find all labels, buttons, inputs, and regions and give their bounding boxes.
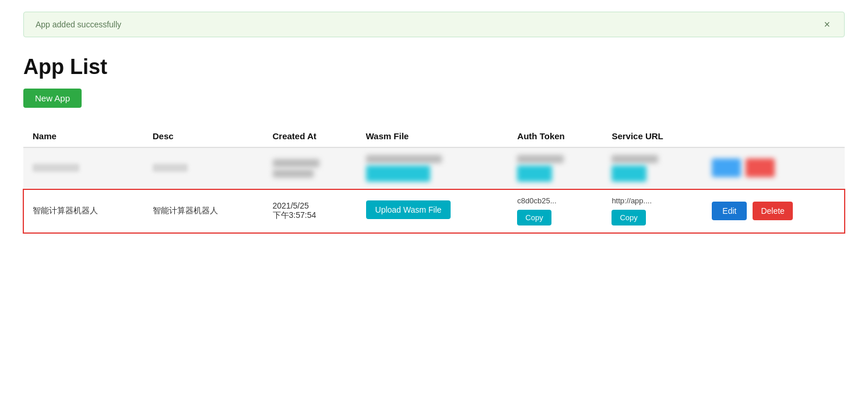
row1-desc: [143, 147, 263, 189]
blurred-url-text: [612, 155, 658, 163]
service-url-copy-button[interactable]: Copy: [612, 210, 645, 225]
blurred-wasm-wrap: [366, 155, 499, 182]
row1-auth-token: [508, 147, 602, 189]
blurred-edit-button: [712, 158, 741, 177]
auth-token-copy-button[interactable]: Copy: [517, 210, 551, 225]
page-title: App List: [23, 55, 845, 79]
app-name: 智能计算器机器人: [33, 206, 98, 215]
col-service-url: Service URL: [602, 125, 702, 147]
row1-name: [23, 147, 143, 189]
blurred-token-text: [517, 155, 564, 163]
col-actions: [702, 125, 845, 147]
row1-actions: [702, 147, 845, 189]
table-header-row: Name Desc Created At Wasm File Auth Toke…: [23, 125, 845, 147]
blurred-date-line2: [273, 170, 314, 178]
app-desc: 智能计算器机器人: [153, 206, 218, 215]
blurred-date-line1: [273, 159, 319, 167]
blurred-token-copy: [517, 165, 552, 182]
delete-button[interactable]: Delete: [753, 202, 792, 220]
row1-service-url: [602, 147, 702, 189]
auth-token-cell: c8d0cb25... Copy: [517, 196, 593, 225]
success-notification: App added successfully ×: [23, 12, 845, 37]
date-line1: 2021/5/25: [273, 201, 347, 210]
edit-button[interactable]: Edit: [712, 202, 747, 220]
blurred-wasm-text: [366, 155, 442, 163]
new-app-button[interactable]: New App: [23, 89, 82, 108]
blurred-wasm-button: [366, 165, 430, 182]
upload-wasm-button[interactable]: Upload Wasm File: [366, 200, 451, 219]
row2-wasm: Upload Wasm File: [357, 189, 508, 233]
row2-name: 智能计算器机器人: [23, 189, 143, 233]
blurred-url-copy: [612, 165, 646, 182]
col-auth-token: Auth Token: [508, 125, 602, 147]
service-url-cell: http://app.... Copy: [612, 196, 693, 225]
notification-close-button[interactable]: ×: [821, 19, 832, 30]
blurred-name: [33, 164, 79, 172]
notification-message: App added successfully: [36, 20, 121, 29]
row2-actions: Edit Delete: [702, 189, 845, 233]
row2-auth-token: c8d0cb25... Copy: [508, 189, 602, 233]
blurred-url-wrap: [612, 155, 693, 182]
row1-wasm: [357, 147, 508, 189]
table-row: [23, 147, 845, 189]
blurred-date-wrap: [273, 159, 347, 178]
table-row: 智能计算器机器人 智能计算器机器人 2021/5/25 下午3:57:54 Up…: [23, 189, 845, 233]
row2-desc: 智能计算器机器人: [143, 189, 263, 233]
row1-created-at: [263, 147, 357, 189]
service-url-value: http://app....: [612, 196, 652, 205]
date-wrap: 2021/5/25 下午3:57:54: [273, 201, 347, 221]
auth-token-value: c8d0cb25...: [517, 196, 556, 205]
row2-created-at: 2021/5/25 下午3:57:54: [263, 189, 357, 233]
blurred-token-wrap: [517, 155, 593, 182]
blurred-desc: [153, 164, 188, 172]
date-line2: 下午3:57:54: [273, 210, 347, 221]
blurred-delete-button: [746, 158, 775, 177]
col-wasm-file: Wasm File: [357, 125, 508, 147]
col-desc: Desc: [143, 125, 263, 147]
row2-service-url: http://app.... Copy: [602, 189, 702, 233]
col-name: Name: [23, 125, 143, 147]
col-created-at: Created At: [263, 125, 357, 147]
app-table: Name Desc Created At Wasm File Auth Toke…: [23, 125, 845, 233]
